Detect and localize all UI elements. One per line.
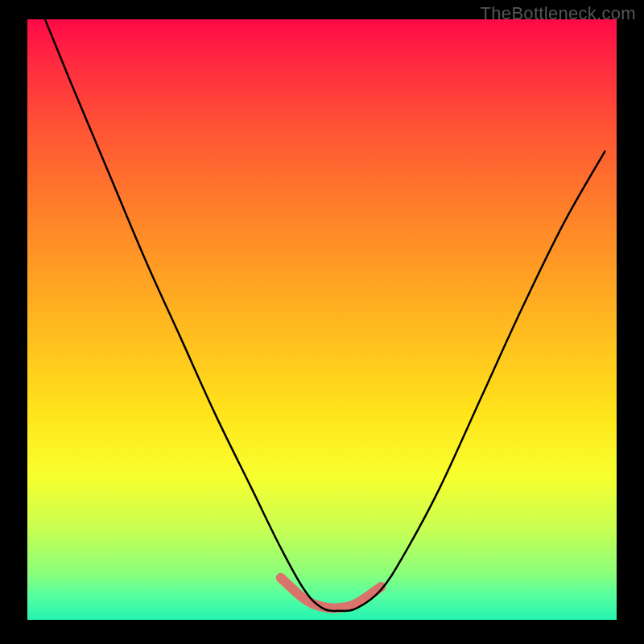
chart-svg xyxy=(27,19,617,620)
bottleneck-curve xyxy=(45,19,605,611)
watermark-text: TheBottleneck.com xyxy=(481,3,636,24)
plot-area xyxy=(27,19,617,620)
chart-frame: TheBottleneck.com xyxy=(0,0,644,644)
